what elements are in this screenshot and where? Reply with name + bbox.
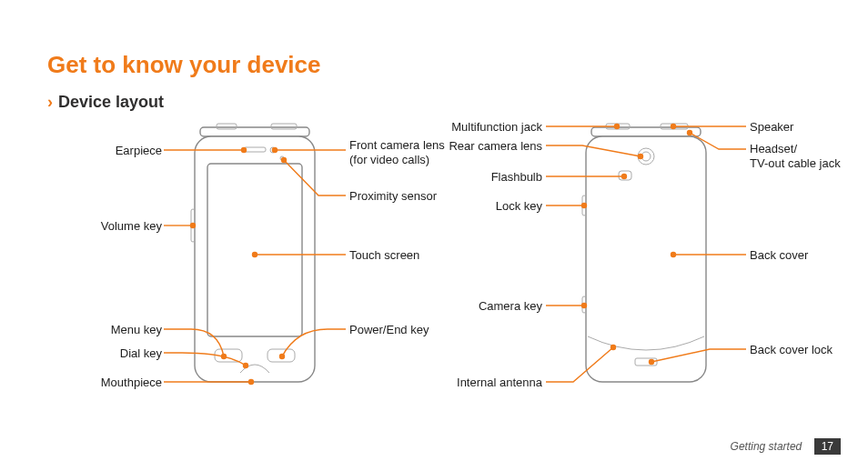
label-front-camera: Front camera lens (for video calls) <box>349 138 445 167</box>
label-earpiece: Earpiece <box>96 144 162 158</box>
page-number: 17 <box>814 438 841 455</box>
svg-point-19 <box>273 148 278 153</box>
label-touchscreen: Touch screen <box>349 248 419 263</box>
svg-point-23 <box>280 355 285 359</box>
svg-rect-4 <box>207 164 302 336</box>
label-speaker: Speaker <box>750 120 793 135</box>
page-footer: Getting started 17 <box>731 438 841 455</box>
label-back-cover: Back cover <box>750 248 808 263</box>
svg-point-36 <box>622 175 627 179</box>
label-headset-jack: Headset/ TV-out cable jack <box>750 142 841 171</box>
label-rear-camera: Rear camera lens <box>435 139 542 154</box>
svg-point-45 <box>671 253 676 257</box>
svg-point-46 <box>650 360 654 365</box>
svg-point-22 <box>253 253 257 257</box>
footer-section-name: Getting started <box>731 440 802 453</box>
svg-point-41 <box>611 346 616 350</box>
subsection-heading: ›Device layout <box>47 93 164 112</box>
label-multifunction-jack: Multifunction jack <box>435 120 542 135</box>
svg-point-20 <box>282 158 287 163</box>
svg-point-16 <box>244 364 248 368</box>
svg-point-38 <box>582 204 587 208</box>
label-volume-key: Volume key <box>96 219 162 234</box>
svg-point-34 <box>615 125 620 129</box>
label-flashbulb: Flashbulb <box>435 170 542 185</box>
label-internal-antenna: Internal antenna <box>435 376 542 390</box>
label-dial-key: Dial key <box>96 346 162 361</box>
label-power-key: Power/End key <box>349 323 429 337</box>
label-menu-key: Menu key <box>96 323 162 337</box>
svg-point-17 <box>249 380 254 385</box>
label-mouthpiece: Mouthpiece <box>96 376 162 390</box>
svg-rect-27 <box>586 136 706 382</box>
svg-point-42 <box>671 125 676 129</box>
svg-point-12 <box>242 148 247 153</box>
svg-point-43 <box>688 131 692 135</box>
label-proximity: Proximity sensor <box>349 189 437 204</box>
svg-point-35 <box>639 155 643 159</box>
chevron-right-icon: › <box>47 93 53 111</box>
subsection-label: Device layout <box>58 93 164 111</box>
svg-point-40 <box>582 304 587 308</box>
svg-point-14 <box>191 224 196 228</box>
page-title: Get to know your device <box>47 51 321 79</box>
label-camera-key: Camera key <box>435 299 542 314</box>
label-back-cover-lock: Back cover lock <box>750 343 833 357</box>
label-lock-key: Lock key <box>435 199 542 214</box>
